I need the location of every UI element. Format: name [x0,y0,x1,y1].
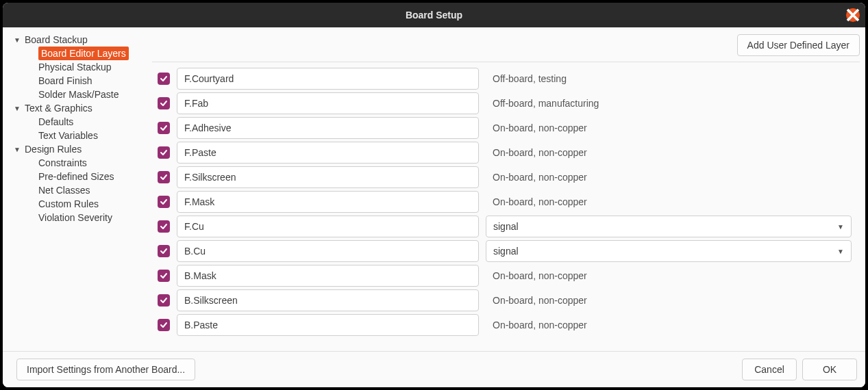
chevron-down-icon: ▼ [837,248,844,255]
check-icon [160,321,168,329]
check-icon [160,296,168,304]
window-title: Board Setup [406,10,462,21]
layer-type-label: On-board, non-copper [486,320,587,330]
import-settings-button[interactable]: Import Settings from Another Board... [16,359,195,380]
layer-row: signal▼ [152,239,854,263]
layer-visible-checkbox[interactable] [158,97,170,109]
add-user-defined-layer-button[interactable]: Add User Defined Layer [737,34,860,56]
nav-tree: ▼Board StackupBoard Editor LayersPhysica… [3,27,147,351]
layer-name-input[interactable] [177,289,479,311]
chevron-down-icon: ▼ [14,146,21,153]
layer-name-input[interactable] [177,191,479,213]
tree-section-label: Board Stackup [25,34,88,45]
chevron-down-icon: ▼ [14,105,21,112]
check-icon [160,247,168,255]
tree-section[interactable]: ▼Design Rules [4,142,144,156]
layer-visible-checkbox[interactable] [158,146,170,159]
layer-type-value: signal [493,246,519,257]
layer-row: On-board, non-copper [152,263,854,288]
main-panel: Add User Defined Layer Off-board, testin… [147,27,865,351]
close-icon [846,8,860,22]
layer-type-label: Off-board, testing [486,73,567,84]
tree-item[interactable]: Net Classes [4,183,144,197]
layer-visible-checkbox[interactable] [158,171,170,183]
layer-row: On-board, non-copper [152,313,854,337]
layer-name-input[interactable] [177,265,479,287]
board-setup-window: Board Setup ▼Board StackupBoard Editor L… [3,3,865,387]
layer-visible-checkbox[interactable] [158,220,170,233]
cancel-button[interactable]: Cancel [742,359,797,380]
check-icon [160,148,168,157]
tree-item-label: Solder Mask/Paste [38,89,119,100]
layer-visible-checkbox[interactable] [158,73,170,85]
layer-name-input[interactable] [177,117,479,139]
tree-item-label: Physical Stackup [38,62,112,73]
layer-name-input[interactable] [177,142,479,164]
layer-type-label: On-board, non-copper [486,172,587,183]
panel-toolbar: Add User Defined Layer [152,34,860,62]
tree-item[interactable]: Text Variables [4,129,144,142]
layer-visible-checkbox[interactable] [158,245,170,257]
layer-name-input[interactable] [177,92,479,114]
layer-row: On-board, non-copper [152,190,854,214]
tree-section[interactable]: ▼Text & Graphics [4,101,144,115]
check-icon [160,99,168,107]
check-icon [160,124,168,132]
layer-name-input[interactable] [177,314,479,336]
tree-item[interactable]: Defaults [4,115,144,129]
check-icon [160,272,168,280]
titlebar: Board Setup [3,3,865,27]
layer-type-label: On-board, non-copper [486,295,587,306]
layer-visible-checkbox[interactable] [158,294,170,307]
tree-item-label: Pre-defined Sizes [38,171,114,182]
close-button[interactable] [846,8,860,22]
layer-row: On-board, non-copper [152,165,854,190]
layer-visible-checkbox[interactable] [158,270,170,282]
layer-type-select[interactable]: signal▼ [486,216,852,237]
check-icon [160,198,168,206]
layer-type-value: signal [493,221,519,232]
tree-item[interactable]: Physical Stackup [4,60,144,74]
layer-name-input[interactable] [177,68,479,90]
layer-type-label: On-board, non-copper [486,196,587,207]
tree-item-label: Custom Rules [38,198,99,209]
layer-name-input[interactable] [177,166,479,188]
check-icon [160,173,168,181]
layer-row: On-board, non-copper [152,140,854,165]
tree-item[interactable]: Custom Rules [4,197,144,211]
layer-row: Off-board, manufacturing [152,91,854,116]
layer-type-label: On-board, non-copper [486,270,587,281]
tree-item[interactable]: Constraints [4,156,144,170]
layer-name-input[interactable] [177,216,479,237]
tree-item-label: Text Variables [38,130,98,141]
tree-section[interactable]: ▼Board Stackup [4,33,144,47]
dialog-footer: Import Settings from Another Board... Ca… [3,351,865,387]
layer-visible-checkbox[interactable] [158,122,170,134]
layer-visible-checkbox[interactable] [158,319,170,331]
tree-item-label: Constraints [38,157,87,168]
tree-item[interactable]: Pre-defined Sizes [4,170,144,183]
tree-item-label: Board Editor Layers [38,47,129,60]
chevron-down-icon: ▼ [837,223,844,231]
layer-type-label: Off-board, manufacturing [486,98,599,109]
ok-button[interactable]: OK [802,359,857,380]
layer-row: On-board, non-copper [152,288,854,313]
tree-item[interactable]: Board Editor Layers [4,47,144,60]
tree-item-label: Net Classes [38,185,90,196]
layer-type-label: On-board, non-copper [486,147,587,158]
tree-item[interactable]: Solder Mask/Paste [4,88,144,101]
tree-item[interactable]: Violation Severity [4,211,144,224]
layer-row: signal▼ [152,214,854,239]
tree-item-label: Defaults [38,116,73,127]
layer-row: On-board, non-copper [152,116,854,140]
chevron-down-icon: ▼ [14,36,21,44]
layers-list[interactable]: Off-board, testingOff-board, manufacturi… [152,62,860,351]
layer-type-select[interactable]: signal▼ [486,240,852,262]
check-icon [160,75,168,83]
tree-item-label: Board Finish [38,75,92,86]
check-icon [160,222,168,231]
tree-item[interactable]: Board Finish [4,74,144,88]
tree-section-label: Design Rules [25,144,82,155]
layer-name-input[interactable] [177,240,479,262]
layer-visible-checkbox[interactable] [158,196,170,208]
